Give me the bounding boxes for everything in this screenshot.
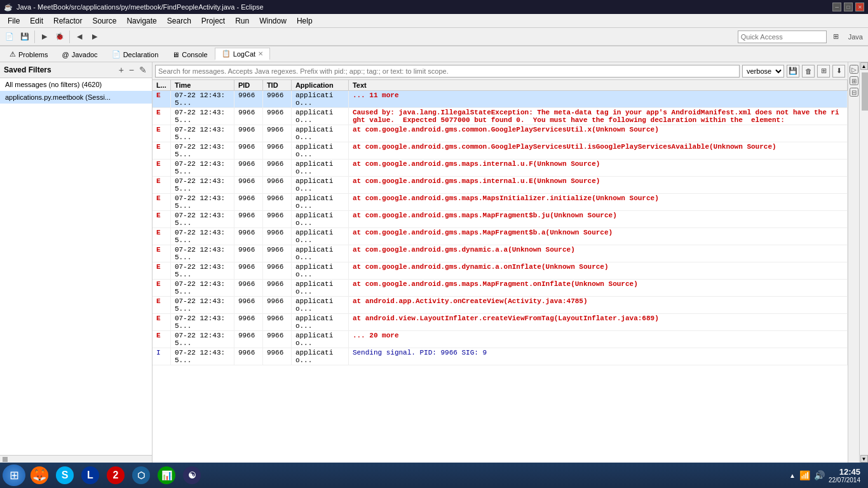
menu-navigate[interactable]: Navigate bbox=[121, 15, 161, 27]
logcat-grid-button[interactable]: ⊞ bbox=[817, 65, 830, 78]
sidebar-filter-app[interactable]: applications.py.meetbook (Sessi... bbox=[0, 91, 152, 104]
taskbar-lexmark[interactable]: L bbox=[79, 465, 102, 485]
quick-access-input[interactable] bbox=[738, 30, 827, 43]
log-vertical-scrollbar[interactable]: ▲ ▼ bbox=[859, 62, 868, 463]
menu-help[interactable]: Help bbox=[292, 15, 318, 27]
taskbar-app4[interactable]: 📊 bbox=[155, 465, 178, 485]
table-row[interactable]: I 07-22 12:43:5... 9966 9966 applicatio.… bbox=[153, 348, 848, 365]
menu-edit[interactable]: Edit bbox=[25, 15, 48, 27]
logcat-download-button[interactable]: ⬇ bbox=[832, 65, 845, 78]
log-tid: 9966 bbox=[262, 159, 291, 177]
verbose-select[interactable]: verbose debug info warn error bbox=[742, 65, 784, 78]
table-row[interactable]: E 07-22 12:43:5... 9966 9966 applicatio.… bbox=[153, 108, 848, 125]
toolbar-separator-1 bbox=[34, 30, 35, 43]
maximize-button[interactable]: □ bbox=[844, 3, 853, 11]
log-level: E bbox=[153, 245, 170, 262]
table-row[interactable]: E 07-22 12:43:5... 9966 9966 applicatio.… bbox=[153, 91, 848, 108]
logcat-clear-button[interactable]: 🗑 bbox=[802, 65, 815, 78]
right-panel-btn-2[interactable]: ⊞ bbox=[850, 76, 858, 85]
table-row[interactable]: E 07-22 12:43:5... 9966 9966 applicatio.… bbox=[153, 211, 848, 228]
tab-console[interactable]: 🖥 Console bbox=[165, 49, 214, 60]
taskbar-right: ▲ 📶 🔊 12:45 22/07/2014 bbox=[789, 467, 865, 484]
log-pid: 9966 bbox=[234, 211, 262, 228]
table-row[interactable]: E 07-22 12:43:5... 9966 9966 applicatio.… bbox=[153, 228, 848, 245]
toolbar-back[interactable]: ◀ bbox=[72, 30, 86, 44]
logcat-save-button[interactable]: 💾 bbox=[787, 65, 799, 78]
table-row[interactable]: E 07-22 12:43:5... 9966 9966 applicatio.… bbox=[153, 159, 848, 177]
toolbar-forward[interactable]: ▶ bbox=[88, 30, 102, 44]
tab-declaration-label: Declaration bbox=[123, 51, 159, 58]
minimize-button[interactable]: ─ bbox=[832, 3, 841, 11]
logcat-search-input[interactable] bbox=[155, 65, 740, 78]
menu-window[interactable]: Window bbox=[254, 15, 292, 27]
taskbar-skype[interactable]: S bbox=[53, 465, 76, 485]
log-level: E bbox=[153, 211, 170, 228]
sidebar-horizontal-scrollbar[interactable] bbox=[0, 455, 152, 463]
taskbar-firefox[interactable]: 🦊 bbox=[28, 465, 51, 485]
right-panel-btn-1[interactable]: ▷ bbox=[850, 65, 858, 74]
table-row[interactable]: E 07-22 12:43:5... 9966 9966 applicatio.… bbox=[153, 125, 848, 142]
table-row[interactable]: E 07-22 12:43:5... 9966 9966 applicatio.… bbox=[153, 262, 848, 280]
toolbar-debug[interactable]: 🐞 bbox=[53, 30, 67, 44]
tab-problems-label: Problems bbox=[18, 51, 48, 58]
log-tid: 9966 bbox=[262, 245, 291, 262]
menu-run[interactable]: Run bbox=[230, 15, 254, 27]
table-row[interactable]: E 07-22 12:43:5... 9966 9966 applicatio.… bbox=[153, 280, 848, 297]
toolbar-run[interactable]: ▶ bbox=[37, 30, 51, 44]
taskbar-app2[interactable]: 2 bbox=[104, 465, 127, 485]
table-row[interactable]: E 07-22 12:43:5... 9966 9966 applicatio.… bbox=[153, 245, 848, 262]
logcat-close-icon[interactable]: ✕ bbox=[258, 50, 263, 57]
log-table-container[interactable]: L... Time PID TID Application Text E 07-… bbox=[153, 80, 848, 463]
table-row[interactable]: E 07-22 12:43:5... 9966 9966 applicatio.… bbox=[153, 314, 848, 331]
close-button[interactable]: ✕ bbox=[855, 3, 864, 11]
col-header-tid: TID bbox=[262, 80, 291, 91]
log-level: E bbox=[153, 91, 170, 108]
toolbar: 📄 💾 ▶ 🐞 ◀ ▶ ⊞ Java bbox=[0, 28, 868, 46]
table-row[interactable]: E 07-22 12:43:5... 9966 9966 applicatio.… bbox=[153, 297, 848, 314]
toolbar-new[interactable]: 📄 bbox=[3, 30, 17, 44]
table-row[interactable]: E 07-22 12:43:5... 9966 9966 applicatio.… bbox=[153, 142, 848, 159]
log-tid: 9966 bbox=[262, 280, 291, 297]
log-app: applicatio... bbox=[291, 159, 348, 177]
log-level: E bbox=[153, 142, 170, 159]
start-button[interactable]: ⊞ bbox=[3, 464, 25, 486]
taskbar-eclipse[interactable]: ☯ bbox=[180, 465, 203, 485]
sidebar-add-button[interactable]: + bbox=[118, 65, 125, 75]
log-text: at android.view.LayoutInflater.createVie… bbox=[348, 314, 847, 331]
console-icon: 🖥 bbox=[172, 51, 179, 58]
scroll-down-arrow[interactable]: ▼ bbox=[860, 455, 868, 463]
log-app: applicatio... bbox=[291, 108, 348, 125]
perspective-button[interactable]: ⊞ bbox=[829, 30, 843, 44]
log-app: applicatio... bbox=[291, 348, 348, 365]
tab-declaration[interactable]: 📄 Declaration bbox=[105, 48, 166, 60]
log-tid: 9966 bbox=[262, 228, 291, 245]
log-app: applicatio... bbox=[291, 245, 348, 262]
menu-file[interactable]: File bbox=[3, 15, 25, 27]
sidebar-title: Saved Filters bbox=[4, 65, 51, 74]
menu-source[interactable]: Source bbox=[87, 15, 121, 27]
table-row[interactable]: E 07-22 12:43:5... 9966 9966 applicatio.… bbox=[153, 194, 848, 211]
toolbar-save[interactable]: 💾 bbox=[18, 30, 32, 44]
scroll-up-arrow[interactable]: ▲ bbox=[860, 62, 868, 70]
problems-icon: ⚠ bbox=[10, 50, 16, 58]
menu-search[interactable]: Search bbox=[162, 15, 196, 27]
taskbar-hide-icon[interactable]: ▲ bbox=[789, 472, 796, 479]
tab-logcat[interactable]: 📋 LogCat ✕ bbox=[215, 48, 270, 60]
scroll-thumb[interactable] bbox=[862, 72, 868, 111]
menu-project[interactable]: Project bbox=[196, 15, 230, 27]
log-time: 07-22 12:43:5... bbox=[170, 348, 234, 365]
tab-javadoc[interactable]: @ Javadoc bbox=[55, 49, 104, 60]
sidebar-edit-button[interactable]: ✎ bbox=[138, 65, 148, 75]
sidebar-scroll-thumb[interactable] bbox=[3, 457, 8, 462]
menu-refactor[interactable]: Refactor bbox=[48, 15, 87, 27]
log-level: E bbox=[153, 280, 170, 297]
sidebar-remove-button[interactable]: − bbox=[128, 65, 135, 75]
right-panel-btn-3[interactable]: ⊟ bbox=[850, 88, 858, 97]
taskbar-app3[interactable]: ⬡ bbox=[130, 465, 153, 485]
table-row[interactable]: E 07-22 12:43:5... 9966 9966 applicatio.… bbox=[153, 331, 848, 348]
table-row[interactable]: E 07-22 12:43:5... 9966 9966 applicatio.… bbox=[153, 177, 848, 194]
tab-problems[interactable]: ⚠ Problems bbox=[3, 48, 55, 60]
col-header-app: Application bbox=[291, 80, 348, 91]
titlebar-icon: ☕ bbox=[4, 3, 13, 11]
sidebar-filter-all[interactable]: All messages (no filters) (4620) bbox=[0, 78, 152, 91]
